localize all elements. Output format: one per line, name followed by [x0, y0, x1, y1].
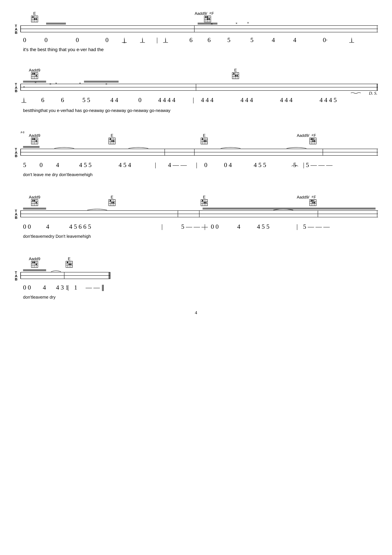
n2-i: i: [23, 96, 25, 103]
chord-aadd9f-4: Aadd9/: [297, 195, 309, 199]
svg-point-166: [36, 264, 37, 265]
chord-aadd9-5: Aadd9: [29, 256, 40, 261]
svg-point-77: [110, 138, 111, 140]
svg-point-164: [32, 262, 34, 263]
ds-mark: D. S.: [369, 91, 377, 96]
svg-point-165: [34, 262, 35, 263]
section-5: Aadd9 E T A B: [13, 253, 379, 300]
svg-point-8: [36, 18, 37, 20]
svg-point-124: [110, 200, 111, 201]
svg-point-174: [69, 264, 70, 265]
svg-point-86: [202, 138, 203, 140]
svg-point-88: [205, 140, 207, 142]
n4-00-2: 0 0: [211, 223, 219, 230]
n3-4-1: 4: [56, 161, 59, 168]
n3-bar2: |: [196, 161, 197, 168]
page-number: 4: [13, 310, 379, 315]
num-i-1: i: [123, 37, 125, 43]
num-bar: |: [157, 37, 158, 43]
n4-5dash2: 5 — — —: [303, 223, 330, 230]
chord-e-4a: E: [111, 195, 113, 199]
n5-1: 1: [74, 284, 77, 291]
n4-5dash: 5 — — —: [181, 223, 208, 230]
n3-dash: | 5 — — —: [303, 161, 333, 168]
svg-point-98: [314, 140, 315, 142]
svg-point-49: [235, 75, 236, 76]
tab-b-3: B: [15, 154, 17, 158]
svg-point-126: [113, 202, 114, 203]
svg-point-70: [36, 140, 37, 142]
staff-svg-4: Aadd9 E E: [13, 192, 379, 243]
x-2-4: ×: [23, 85, 25, 89]
svg-point-16: [207, 16, 208, 18]
page-num-text: 4: [195, 310, 197, 315]
chord-name-aadd9-1: Aadd9/: [195, 11, 207, 16]
svg-point-50: [236, 75, 238, 76]
svg-point-117: [36, 202, 37, 203]
svg-point-143: [312, 200, 314, 201]
n4-4-1: 4: [46, 223, 49, 230]
svg-point-39: [32, 73, 34, 74]
n3-455-2: 4 5 5: [254, 161, 266, 168]
lyric-2: bestthingthat you e-verhad has go-neaway…: [23, 108, 171, 113]
svg-point-48: [233, 73, 235, 74]
chord-f-3: F: [314, 133, 316, 138]
chord-aadd9-4a: Aadd9: [29, 195, 40, 199]
num-i-3: i: [165, 37, 166, 43]
n2-4-3: 4 4 4: [241, 96, 253, 103]
svg-point-145: [314, 202, 315, 203]
num-5-2: 5: [250, 37, 253, 43]
x-2-5: ×: [79, 81, 81, 85]
x-2-2: ×: [50, 82, 51, 86]
num-i-2: i: [142, 37, 143, 43]
staff-svg-2: Aadd9 E T A B: [13, 67, 379, 119]
n3-04: 0 4: [224, 161, 232, 168]
num-6-2: 6: [207, 37, 211, 43]
n3-bar: |: [155, 161, 156, 168]
n2-4-2: 4 4 4: [201, 96, 214, 103]
svg-point-173: [67, 262, 68, 263]
n4-bar3: |: [296, 223, 298, 230]
chord-e-3a: E: [111, 133, 113, 138]
num-i-final: i: [351, 37, 353, 43]
chord-f-4: F: [314, 195, 316, 199]
svg-point-115: [32, 200, 34, 201]
n4-455-2: 4 5 5: [257, 223, 270, 230]
num-0-2: 0: [44, 37, 48, 43]
n2-bar: |: [193, 96, 194, 103]
chord-e-2: E: [234, 68, 237, 72]
svg-point-175: [70, 264, 71, 265]
svg-point-134: [204, 202, 205, 203]
svg-point-142: [311, 200, 312, 201]
n5-dash: — — ‖: [86, 284, 104, 291]
n5-4: 4: [43, 284, 46, 291]
num-6-1: 6: [189, 37, 192, 43]
svg-point-78: [111, 140, 113, 142]
n2-0: 0: [138, 96, 142, 103]
svg-point-135: [205, 202, 207, 203]
n2-6-1: 6: [41, 96, 44, 103]
staff-svg-3: ⌐ r s Aadd9 E E: [13, 130, 379, 181]
svg-point-68: [32, 138, 34, 140]
svg-point-7: [34, 18, 35, 20]
svg-point-69: [34, 138, 35, 140]
n5-00: 0 0: [23, 284, 31, 291]
n3-5tie: 5: [293, 161, 296, 168]
num-5-1: 5: [227, 37, 230, 43]
chord-f-1: F: [212, 11, 214, 16]
chord-aadd9-2: Aadd9: [29, 68, 40, 72]
svg-point-133: [202, 200, 203, 201]
chord-aadd9f-3: Aadd9/: [297, 133, 309, 138]
n3-455: 4 5 5: [79, 161, 92, 168]
section-4: Aadd9 E E: [13, 192, 379, 243]
n3-5: 5: [23, 161, 26, 168]
tab-b-5: B: [15, 277, 17, 281]
n4-45665: 4 5 6 6 5: [69, 223, 91, 230]
n2-4-4: 4 4 4: [280, 96, 292, 103]
svg-point-15: [205, 16, 207, 18]
svg-point-87: [204, 140, 205, 142]
n3-454: 4 5 4: [119, 161, 131, 168]
num-0-3: 0: [76, 37, 79, 43]
staff-svg-5: Aadd9 E T A B: [13, 253, 112, 299]
staff-svg-1: E Aadd9/ # F: [13, 10, 379, 56]
